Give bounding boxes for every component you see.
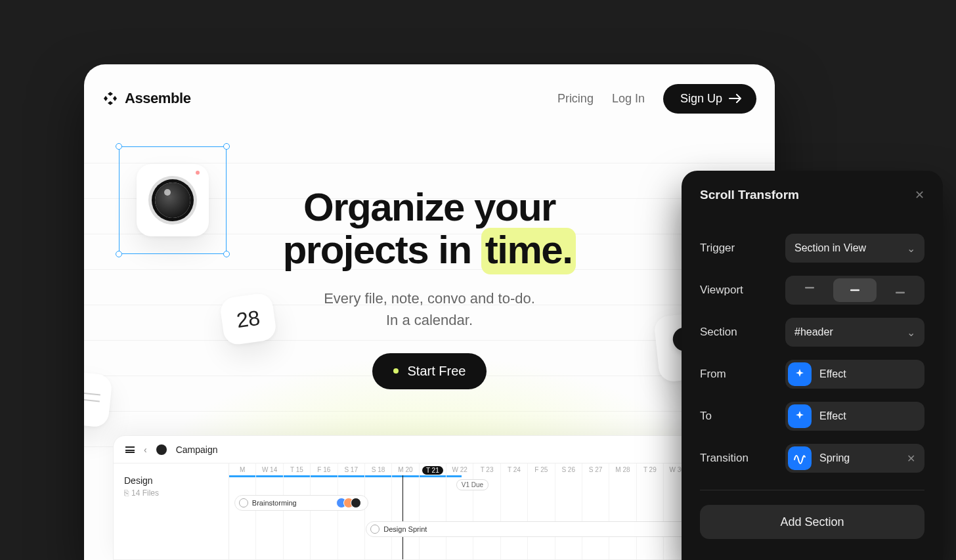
brand-logo-icon (102, 91, 118, 106)
status-dot-icon (393, 368, 399, 374)
nav-login[interactable]: Log In (612, 92, 645, 106)
row-from: From Effect (700, 360, 924, 389)
remove-transition-icon[interactable]: ✕ (907, 452, 915, 465)
align-middle-icon (849, 286, 861, 295)
scroll-transform-panel: Scroll Transform ✕ Trigger Section in Vi… (682, 171, 943, 560)
panel-title: Scroll Transform (700, 188, 799, 202)
cta-start-free[interactable]: Start Free (372, 353, 487, 389)
avatars (339, 498, 361, 508)
row-trigger: Trigger Section in View ⌄ (700, 234, 924, 263)
timeline-title: Campaign (176, 444, 218, 455)
project-chip-icon (156, 444, 167, 455)
file-count: ⎘ 14 Files (124, 488, 218, 498)
trigger-select[interactable]: Section in View ⌄ (785, 234, 924, 263)
brand-name: Assemble (125, 90, 190, 107)
align-top-icon (804, 286, 815, 295)
spring-curve-icon (793, 452, 806, 465)
cta-label: Start Free (408, 364, 466, 379)
timeline-day-col[interactable]: T 29 (637, 463, 664, 560)
row-section: Section #header ⌄ (700, 318, 924, 347)
timeline-header: ‹ Campaign (114, 436, 745, 463)
timeline-day-col[interactable]: T 15 (284, 463, 311, 560)
timeline-day-col[interactable]: T 21 (420, 463, 446, 560)
timeline-day-col[interactable]: W 14 (256, 463, 283, 560)
attachment-icon: ⎘ (124, 488, 129, 498)
menu-icon[interactable] (125, 446, 135, 453)
timeline-day-col[interactable]: S 27 (582, 463, 609, 560)
timeline-day-col[interactable]: S 17 (338, 463, 365, 560)
row-to: To Effect (700, 402, 924, 431)
task-bar-brainstorming[interactable]: Brainstorming (234, 495, 368, 511)
svg-rect-2 (896, 292, 905, 294)
timeline-preview: ‹ Campaign Design ⎘ 14 Files MW 14T 15F … (113, 435, 746, 560)
panel-header: Scroll Transform ✕ (700, 188, 924, 202)
signup-button[interactable]: Sign Up (663, 84, 756, 114)
signup-label: Sign Up (680, 92, 722, 106)
timeline-sidebar: Design ⎘ 14 Files (114, 463, 229, 560)
timeline-day-col[interactable]: T 24 (501, 463, 528, 560)
nav-right: Pricing Log In Sign Up (557, 84, 756, 114)
section-name: Design (124, 475, 218, 486)
viewport-bottom[interactable] (879, 278, 922, 302)
to-effect[interactable]: Effect (785, 402, 924, 431)
status-ring-icon (370, 525, 380, 534)
row-transition: Transition Spring ✕ (700, 444, 924, 473)
viewport-segment (785, 276, 924, 305)
from-effect[interactable]: Effect (785, 360, 924, 389)
timeline-day-col[interactable]: M 28 (609, 463, 636, 560)
today-marker (402, 475, 403, 560)
arrow-right-icon (729, 94, 742, 103)
wave-chip (788, 446, 812, 470)
sparkle-chip (788, 404, 812, 428)
section-select[interactable]: #header ⌄ (785, 318, 924, 347)
timeline-grid[interactable]: MW 14T 15F 16S 17S 18M 20T 21W 22T 23T 2… (229, 463, 745, 560)
timeline-day-col[interactable]: F 25 (528, 463, 555, 560)
timeline-day-col[interactable]: S 26 (555, 463, 582, 560)
close-icon[interactable]: ✕ (915, 188, 924, 202)
hero-sub: Every file, note, convo and to-do. In a … (84, 288, 775, 331)
timeline-day-col[interactable]: F 16 (311, 463, 337, 560)
landing-window: Assemble Pricing Log In Sign Up 28 (84, 64, 775, 560)
add-section-button[interactable]: Add Section (700, 505, 924, 539)
svg-rect-0 (805, 287, 814, 289)
align-bottom-icon (894, 286, 906, 295)
svg-rect-1 (850, 290, 859, 291)
chevron-down-icon: ⌄ (907, 326, 915, 339)
resize-handle-tr[interactable] (223, 143, 230, 150)
hero: Organize your projects in time. Every fi… (84, 186, 775, 389)
back-button[interactable]: ‹ (144, 444, 147, 455)
hero-headline: Organize your projects in time. (84, 186, 775, 272)
transition-effect[interactable]: Spring ✕ (785, 444, 924, 473)
sparkle-icon (793, 410, 806, 423)
milestone-tag[interactable]: V1 Due (456, 479, 489, 490)
chevron-down-icon: ⌄ (907, 242, 915, 255)
timeline-day-col[interactable]: S 18 (365, 463, 392, 560)
viewport-middle[interactable] (833, 278, 876, 302)
navbar: Assemble Pricing Log In Sign Up (102, 83, 756, 114)
timeline-day-col[interactable]: W 22 (446, 463, 473, 560)
sparkle-icon (793, 368, 806, 381)
timeline-day-col[interactable]: M (229, 463, 256, 560)
brand[interactable]: Assemble (102, 90, 190, 107)
timeline-body: Design ⎘ 14 Files MW 14T 15F 16S 17S 18M… (114, 463, 745, 560)
row-viewport: Viewport (700, 276, 924, 305)
viewport-top[interactable] (788, 278, 831, 302)
nav-pricing[interactable]: Pricing (557, 92, 594, 106)
sparkle-chip (788, 362, 812, 386)
divider (700, 490, 924, 490)
camera-led-icon (196, 171, 200, 175)
resize-handle-tl[interactable] (116, 143, 122, 150)
timeline-day-col[interactable]: M 20 (392, 463, 419, 560)
status-ring-icon (239, 498, 248, 507)
timeline-day-col[interactable]: T 23 (473, 463, 500, 560)
